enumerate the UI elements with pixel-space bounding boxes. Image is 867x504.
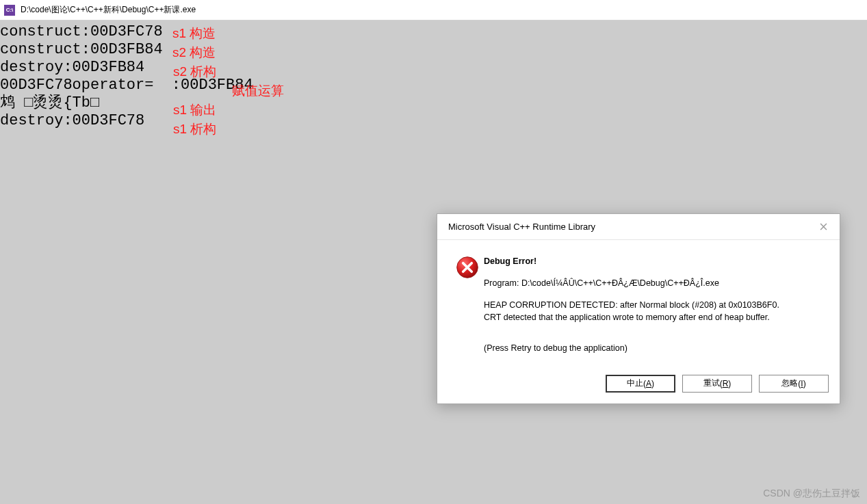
annotation-s2-construct: s2 构造 <box>172 44 216 62</box>
window-title: D:\code\图论\C++\C++新科\Debug\C++新课.exe <box>21 4 196 16</box>
console-line: construct:00D3FB84 <box>0 41 163 59</box>
annotation-s1-output: s1 输出 <box>173 101 216 119</box>
watermark: CSDN @悲伤土豆拌饭 <box>763 488 860 500</box>
dialog-content: Debug Error! Program: D:\code\Í¼ÂÛ\C++\C… <box>484 255 827 361</box>
retry-key: R <box>723 379 729 388</box>
annotation-s2-destroy: s2 析构 <box>173 63 216 81</box>
dialog-program-line: Program: D:\code\Í¼ÂÛ\C++\C++ÐÂ¿Æ\Debug\… <box>484 277 827 289</box>
annotation-s1-destroy: s1 析构 <box>173 120 216 138</box>
error-icon <box>455 255 480 280</box>
heap-line-1: HEAP CORRUPTION DETECTED: after Normal b… <box>484 300 779 310</box>
close-icon[interactable] <box>815 219 831 235</box>
heap-line-2: CRT detected that the application wrote … <box>484 313 770 322</box>
dialog-retry-hint: (Press Retry to debug the application) <box>484 342 827 354</box>
dialog-body: Debug Error! Program: D:\code\Í¼ÂÛ\C++\C… <box>437 240 840 368</box>
ignore-key: I <box>801 379 803 388</box>
error-dialog: Microsoft Visual C++ Runtime Library Deb… <box>437 213 840 404</box>
annotation-s1-construct: s1 构造 <box>172 25 216 42</box>
console-line: construct:00D3FC78 <box>0 23 163 41</box>
ignore-button[interactable]: 忽略(I) <box>759 375 829 393</box>
window-titlebar: C:\ D:\code\图论\C++\C++新科\Debug\C++新课.exe <box>0 0 867 21</box>
abort-button[interactable]: 中止(A) <box>606 375 675 393</box>
ignore-label: 忽略 <box>781 377 798 389</box>
app-icon: C:\ <box>4 5 15 16</box>
retry-button[interactable]: 重试(R) <box>682 375 752 393</box>
abort-label: 中止 <box>627 377 643 389</box>
abort-key: A <box>646 379 651 388</box>
retry-label: 重试 <box>703 377 720 389</box>
console-line: destroy:00D3FC78 <box>0 112 144 130</box>
dialog-button-row: 中止(A) 重试(R) 忽略(I) <box>437 368 840 403</box>
console-line: 鸩 □烫烫{Tb□ <box>0 94 99 112</box>
console-output: construct:00D3FC78 construct:00D3FB84 de… <box>0 21 867 130</box>
dialog-title: Microsoft Visual C++ Runtime Library <box>448 222 595 232</box>
dialog-heading: Debug Error! <box>484 255 827 267</box>
annotation-assign: 赋值运算 <box>232 82 284 100</box>
dialog-titlebar[interactable]: Microsoft Visual C++ Runtime Library <box>437 214 840 240</box>
console-line: destroy:00D3FB84 <box>0 59 144 77</box>
dialog-heap-detail: HEAP CORRUPTION DETECTED: after Normal b… <box>484 299 827 323</box>
